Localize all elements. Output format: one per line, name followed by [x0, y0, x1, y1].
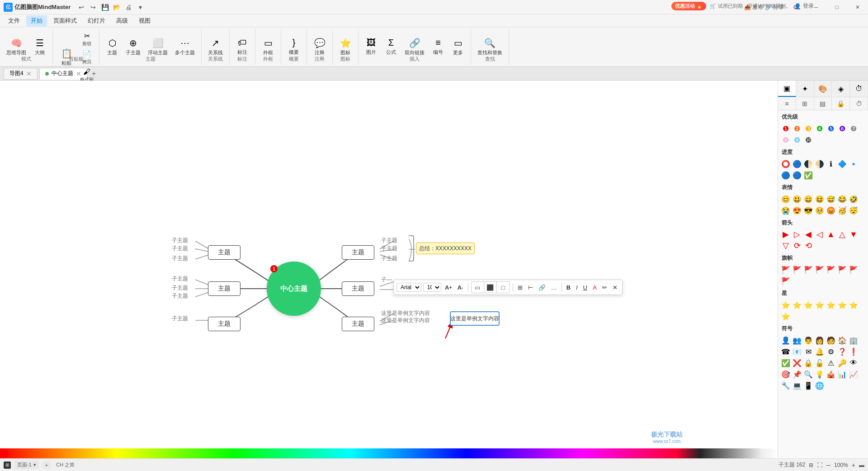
arrow-9[interactable]: ⟳	[792, 241, 802, 251]
star-7[interactable]: ⭐	[849, 300, 859, 310]
sidebar-subtab-grid[interactable]: ⊞	[796, 97, 814, 110]
sign-6[interactable]: 🏠	[837, 335, 847, 345]
flag-1[interactable]: 🚩	[781, 265, 791, 275]
star-5[interactable]: ⭐	[826, 300, 836, 310]
sign-28[interactable]: 📈	[849, 369, 859, 379]
progress-6[interactable]: 🔹	[849, 159, 859, 169]
fmt-arrange-btn[interactable]: ⊞	[516, 283, 524, 292]
sign-7[interactable]: 🏢	[849, 335, 859, 345]
promo-button[interactable]: 优惠活动 🔥	[671, 2, 706, 10]
emotion-1[interactable]: 😊	[781, 194, 791, 204]
topic-left-top[interactable]: 主题	[208, 245, 241, 260]
color-swatch-red[interactable]	[1, 450, 8, 457]
print-button[interactable]: 🖨	[123, 2, 134, 13]
sign-10[interactable]: ✉	[803, 347, 813, 357]
fmt-bold-btn[interactable]: B	[565, 283, 572, 292]
sign-24[interactable]: 🔍	[803, 369, 813, 379]
publish-button[interactable]: 🔗 分享	[764, 0, 785, 14]
emotion-11[interactable]: 🥺	[815, 205, 825, 215]
sign-25[interactable]: 💡	[815, 369, 825, 379]
ribbon-btn-topic[interactable]: ⬡ 主题	[103, 36, 121, 58]
zoom-in-btn[interactable]: +	[852, 461, 855, 469]
flag-5[interactable]: 🚩	[826, 265, 836, 275]
topic-right-top[interactable]: 主题	[342, 245, 374, 260]
star-4[interactable]: ⭐	[815, 300, 825, 310]
zoom-out-btn[interactable]: ─	[826, 461, 830, 469]
star-1[interactable]: ⭐	[781, 300, 791, 310]
sidebar-tab-ai[interactable]: ✦	[796, 81, 814, 97]
fmt-more-btn[interactable]: …	[549, 283, 559, 292]
sign-19[interactable]: ⚠	[826, 358, 836, 368]
ribbon-btn-comment[interactable]: 💬 注释	[311, 36, 329, 58]
ribbon-btn-formula[interactable]: Σ 公式	[382, 36, 400, 57]
ribbon-btn-border[interactable]: ▭ 外框	[259, 36, 277, 58]
progress-9[interactable]: ✅	[803, 170, 813, 180]
fmt-highlight-btn[interactable]: ✏	[600, 283, 609, 292]
sign-13[interactable]: ❓	[837, 347, 847, 357]
menu-slideshow[interactable]: 幻灯片	[83, 15, 110, 26]
arrow-7[interactable]: ▼	[849, 229, 859, 239]
fmt-color-btn[interactable]: A	[591, 283, 599, 292]
sidebar-subtab-table[interactable]: ▤	[814, 97, 832, 110]
sign-1[interactable]: 👤	[781, 335, 791, 345]
ribbon-btn-more-insert[interactable]: ▭ 更多	[449, 36, 467, 58]
page-add-btn[interactable]: +	[42, 461, 51, 469]
progress-4[interactable]: ℹ	[826, 159, 836, 169]
sign-27[interactable]: 📊	[837, 369, 847, 379]
share-button[interactable]: 📤 发布	[743, 0, 764, 14]
summary-box[interactable]: 总结：XXXXXXXXXX	[416, 243, 475, 254]
ribbon-btn-relation[interactable]: ↗ 关系线	[205, 36, 226, 58]
emotion-4[interactable]: 😆	[815, 194, 825, 204]
settings-button[interactable]: ⚙	[785, 0, 806, 14]
more-button[interactable]: ▾	[135, 2, 146, 13]
sign-14[interactable]: ❗	[849, 347, 859, 357]
emotion-9[interactable]: 😍	[792, 205, 802, 215]
maximize-button[interactable]: □	[826, 0, 847, 14]
priority-4[interactable]: ❹	[815, 124, 825, 133]
color-bar[interactable]	[0, 448, 778, 458]
priority-8[interactable]: ❽	[781, 135, 791, 145]
ribbon-btn-image[interactable]: 🖼 图片	[362, 36, 380, 57]
menu-view[interactable]: 视图	[134, 15, 155, 26]
priority-9[interactable]: ❾	[792, 135, 802, 145]
fit-icon[interactable]: ⊞	[809, 462, 813, 468]
font-size-select[interactable]: 10	[423, 283, 441, 292]
fmt-connect-btn[interactable]: 🔗	[537, 283, 547, 292]
emotion-2[interactable]: 😃	[792, 194, 802, 204]
flag-3[interactable]: 🚩	[803, 265, 813, 275]
sign-12[interactable]: ⚙	[826, 347, 836, 357]
ribbon-btn-subtopic[interactable]: ⊕ 子主题	[123, 36, 143, 58]
flag-4[interactable]: 🚩	[815, 265, 825, 275]
emotion-8[interactable]: 😭	[781, 205, 791, 215]
sign-22[interactable]: 🎯	[781, 369, 791, 379]
sidebar-subtab-lock[interactable]: 🔒	[832, 97, 850, 110]
menu-start[interactable]: 开始	[26, 15, 47, 26]
arrow-3[interactable]: ◀	[803, 229, 813, 239]
font-increase-btn[interactable]: A+	[443, 283, 454, 292]
progress-2[interactable]: 🌓	[803, 159, 813, 169]
ribbon-btn-float[interactable]: ⬜ 浮动主题	[145, 36, 170, 58]
note-box[interactable]: 这里是举例文字内容	[450, 311, 500, 326]
fmt-clear-btn[interactable]: ✕	[611, 283, 619, 292]
ribbon-btn-multi[interactable]: ⋯ 多个主题	[172, 36, 198, 58]
arrow-8[interactable]: ▽	[781, 241, 791, 251]
arrow-10[interactable]: ⟲	[803, 241, 813, 251]
sign-21[interactable]: 👁	[849, 358, 859, 368]
undo-button[interactable]: ↩	[76, 2, 87, 13]
sign-30[interactable]: 💻	[792, 381, 802, 390]
fmt-split-btn[interactable]: ⊢	[526, 283, 535, 292]
topic-right-bot[interactable]: 主题	[342, 317, 374, 331]
canvas[interactable]: 1 中心主题 主题 子主题 子主题 子主题 主题 子主题 子主题 子主题 主题 …	[0, 81, 778, 458]
sign-32[interactable]: 🌐	[815, 381, 825, 390]
emotion-12[interactable]: 😡	[826, 205, 836, 215]
fmt-border-btn[interactable]: □	[497, 282, 509, 293]
flag-8[interactable]: 🚩	[781, 276, 791, 286]
emotion-6[interactable]: 😂	[837, 194, 847, 204]
sidebar-tab-style[interactable]: 🎨	[814, 81, 832, 97]
menu-advanced[interactable]: 高级	[112, 15, 132, 26]
sign-29[interactable]: 🔧	[781, 381, 791, 390]
sign-18[interactable]: 🔓	[815, 358, 825, 368]
sign-3[interactable]: 👨	[803, 335, 813, 345]
sidebar-tab-history[interactable]: ⏱	[850, 81, 868, 97]
ribbon-btn-cut[interactable]: ✂ 剪切	[78, 31, 95, 48]
